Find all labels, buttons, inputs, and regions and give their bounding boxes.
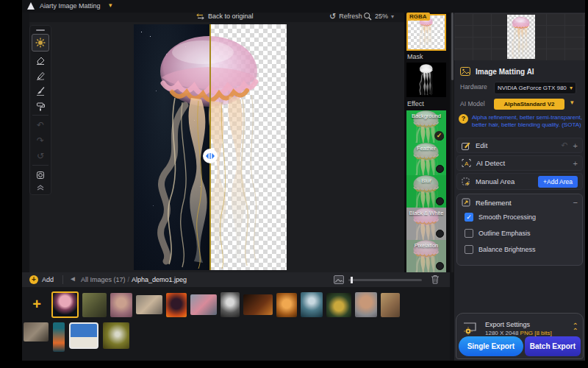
- batch-export-button[interactable]: Batch Export: [525, 336, 581, 356]
- back-arrow-icon[interactable]: ◄: [69, 275, 76, 283]
- effect-option-dot[interactable]: [436, 230, 444, 238]
- checkbox-outline-emphasis[interactable]: Outline Emphasis: [457, 225, 582, 241]
- thumbnail-silhouette[interactable]: [166, 293, 187, 317]
- effect-item-label: Pixelation: [406, 242, 446, 249]
- effect-item-feather[interactable]: Feather: [406, 143, 446, 175]
- export-panel: Export Settings 1280 X 2048 PNG [8 bits]…: [456, 313, 584, 359]
- breadcrumb-separator: /: [128, 276, 130, 283]
- thumbnail-bicycle[interactable]: [82, 293, 107, 317]
- ai-model-chevron-icon[interactable]: ▾: [570, 99, 574, 106]
- thumbnail-row-1: [51, 290, 448, 319]
- eraser-tool-button[interactable]: [32, 52, 49, 67]
- thumbnail-veiled-woman[interactable]: [301, 292, 323, 317]
- scrollbar-thumb[interactable]: [451, 13, 453, 80]
- roller-tool-button[interactable]: [32, 98, 49, 113]
- mask-layer-thumbnail[interactable]: [406, 63, 446, 97]
- thumbnail-pink-hair-woman[interactable]: [190, 294, 217, 315]
- collapse-rail-button[interactable]: [32, 183, 49, 192]
- ai-model-select[interactable]: AlphaStandard V2: [494, 99, 564, 110]
- transform-tool-button[interactable]: [32, 34, 49, 52]
- capture-tool-button[interactable]: [32, 167, 49, 183]
- help-icon[interactable]: ?: [459, 114, 468, 124]
- effect-option-dot[interactable]: [436, 197, 444, 205]
- manual-area-section-row[interactable]: Manual Area +Add Area: [456, 173, 583, 190]
- ai-detect-expand-icon[interactable]: +: [573, 159, 578, 168]
- navigator-preview[interactable]: [454, 13, 585, 60]
- effect-option-dot[interactable]: [436, 262, 444, 270]
- refresh-label: Refresh: [339, 13, 362, 20]
- capture-icon: [35, 170, 46, 180]
- edit-undo-icon[interactable]: ↶: [561, 141, 567, 150]
- thumbnail-size-slider[interactable]: [348, 279, 422, 281]
- compare-drag-handle[interactable]: [202, 148, 218, 164]
- collapse-icon[interactable]: −: [573, 199, 578, 205]
- effect-item-pixelation[interactable]: Pixelation: [406, 240, 446, 272]
- rail-divider: [32, 165, 49, 166]
- tool-rail: ↶ ↷ ↺: [29, 25, 51, 195]
- thumbnail-man-portrait[interactable]: [355, 292, 377, 317]
- thumbnail-statue[interactable]: [220, 292, 240, 317]
- single-export-button[interactable]: Single Export: [459, 336, 523, 356]
- thumbnail-dark-scene[interactable]: [243, 294, 273, 315]
- edit-icon: [462, 141, 470, 150]
- checkbox-checked-icon[interactable]: ✓: [465, 213, 473, 222]
- model-hint-text: Alpha refinement, better semi-transparen…: [472, 114, 582, 129]
- checkbox-label: Smooth Processing: [478, 213, 536, 221]
- checkbox-unchecked-icon[interactable]: [465, 245, 473, 254]
- rail-grip-handle[interactable]: [36, 29, 45, 31]
- add-image-label[interactable]: Add: [42, 276, 54, 283]
- effect-item-background[interactable]: Background✓: [406, 110, 446, 143]
- ai-detect-section-row[interactable]: A AI Detect +: [456, 155, 583, 171]
- effect-selected-check-icon: ✓: [434, 131, 444, 141]
- thumbnail-dew-web[interactable]: [103, 322, 129, 349]
- zoom-level-value: 25%: [375, 13, 388, 20]
- export-settings-row[interactable]: Export Settings 1280 X 2048 PNG [8 bits]…: [462, 318, 578, 339]
- redo-button[interactable]: ↷: [32, 132, 49, 148]
- hardware-label: Hardware: [460, 83, 487, 91]
- effect-option-dot[interactable]: [436, 165, 444, 173]
- thumbnail-blonde-woman[interactable]: [136, 295, 162, 314]
- thumbnail-jellyfish[interactable]: [51, 291, 79, 318]
- add-area-button[interactable]: +Add Area: [538, 176, 578, 188]
- thumbnail-teal-figure[interactable]: [53, 322, 65, 352]
- edit-expand-icon[interactable]: +: [573, 141, 578, 150]
- reset-icon: ↺: [37, 152, 44, 160]
- brush-tool-button[interactable]: [32, 82, 49, 98]
- breadcrumb-all-images[interactable]: All Images (17): [81, 276, 126, 283]
- double-chevron-up-icon: [37, 185, 44, 191]
- effect-item-black-white[interactable]: Black & White: [406, 208, 446, 240]
- effect-item-blur[interactable]: Blur: [406, 175, 446, 208]
- right-panel: Image Matting AI Hardware NVIDIA GeForce…: [454, 13, 585, 361]
- single-export-label: Single Export: [467, 342, 514, 350]
- thumbnail-necklace[interactable]: [326, 293, 351, 317]
- thumbnail-woman-flowers[interactable]: [110, 293, 132, 317]
- effect-item-label: Feather: [406, 145, 446, 152]
- layer-strip-scrollbar[interactable]: [451, 13, 453, 272]
- refinement-header[interactable]: Refinement −: [457, 194, 582, 209]
- thumbnail-size-icon: [334, 275, 344, 284]
- checkbox-smooth-processing[interactable]: ✓Smooth Processing: [457, 209, 582, 225]
- export-collapse-icon[interactable]: ⌃⌃: [573, 323, 578, 333]
- add-image-icon[interactable]: +: [29, 275, 38, 284]
- reset-button[interactable]: ↺: [32, 148, 49, 163]
- edit-section-row[interactable]: Edit ↶ +: [456, 138, 583, 153]
- add-image-tile[interactable]: +: [26, 292, 47, 316]
- undo-button[interactable]: ↶: [32, 117, 49, 132]
- thumbnail-room-interior[interactable]: [24, 322, 49, 342]
- hardware-select[interactable]: NVIDIA GeForce GTX 980 ▾: [494, 82, 576, 94]
- pencil-tool-button[interactable]: [32, 67, 49, 82]
- thumbnail-cat[interactable]: [276, 293, 297, 317]
- thumbnail-skateboarder[interactable]: [69, 322, 98, 349]
- filmstrip-panel: + Add ◄ All Images (17)/Alpha_demo1.jpeg…: [22, 272, 450, 361]
- slider-thumb[interactable]: [351, 277, 353, 283]
- thumbnail-blonde-woman-2[interactable]: [381, 293, 400, 317]
- redo-icon: ↷: [37, 136, 44, 145]
- app-menu-chevron-icon[interactable]: ▾: [109, 1, 112, 9]
- eraser-icon: [35, 54, 46, 65]
- trash-icon[interactable]: [431, 275, 440, 284]
- ai-detect-label: AI Detect: [476, 159, 568, 167]
- checkbox-label: Outline Emphasis: [478, 230, 531, 237]
- checkbox-balance-brightness[interactable]: Balance Brightness: [457, 241, 582, 258]
- compare-divider-line[interactable]: [209, 24, 211, 270]
- checkbox-unchecked-icon[interactable]: [465, 229, 473, 238]
